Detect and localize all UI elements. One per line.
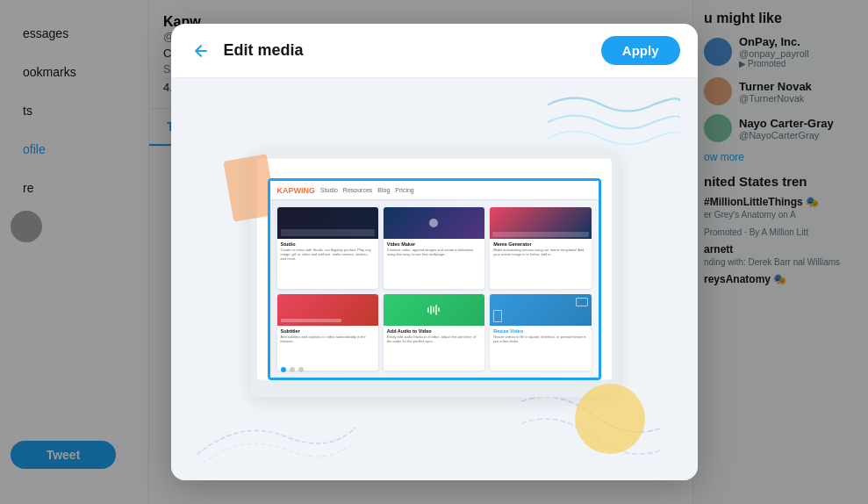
kap-card-desc-video: Combine video, append images and create …: [387, 248, 481, 256]
media-preview[interactable]: KAPWING Studio Resources Blog Pricing: [268, 178, 601, 380]
kap-card-desc-studio: Create or remix with Studio, our flagshi…: [281, 248, 375, 262]
deco-yellow-circle: [575, 384, 645, 454]
kap-card-title-studio: Studio: [281, 241, 375, 247]
kap-card-body-studio: Studio Create or remix with Studio, our …: [277, 239, 378, 264]
kap-card-img-subtitle: [277, 294, 378, 326]
kap-card-title-resize: Resize Video: [493, 328, 587, 334]
kap-card-desc-meme: Make outstanding memes using our meme te…: [493, 248, 587, 256]
dot-3: [298, 367, 304, 372]
kap-card-body-meme: Meme Generator Make outstanding memes us…: [490, 239, 591, 259]
kap-card-body-subtitle: Subtitler Add subtitles and captions to …: [277, 326, 378, 346]
kap-card-audio: Add Audio to Video Easily add audio trac…: [384, 294, 484, 371]
kap-card-desc-audio: Easily add audio tracks to a video, adju…: [387, 335, 481, 343]
kap-card-studio: Studio Create or remix with Studio, our …: [277, 207, 378, 289]
kap-card-title-video: Video Maker: [387, 241, 481, 247]
kap-card-img-audio: [384, 294, 484, 326]
kap-card-title-meme: Meme Generator: [493, 241, 587, 247]
kap-card-img-video: [384, 207, 484, 239]
kap-card-subtitle: Subtitler Add subtitles and captions to …: [277, 294, 378, 371]
modal-body: KAPWING Studio Resources Blog Pricing: [171, 78, 698, 480]
kap-card-meme: Meme Generator Make outstanding memes us…: [490, 207, 591, 289]
kapwing-grid: Studio Create or remix with Studio, our …: [270, 200, 599, 378]
kap-card-desc-subtitle: Add subtitles and captions to video auto…: [281, 335, 375, 343]
kap-card-img-meme: [490, 207, 591, 239]
kap-nav-2: Resources: [343, 187, 372, 193]
modal-header: Edit media Apply: [171, 24, 698, 78]
deco-wave-top: [540, 87, 680, 157]
apply-button[interactable]: Apply: [601, 36, 680, 65]
kapwing-logo: KAPWING: [277, 186, 316, 195]
kap-card-body-video: Video Maker Combine video, append images…: [384, 239, 484, 259]
kap-card-title-audio: Add Audio to Video: [387, 328, 481, 334]
kap-card-body-audio: Add Audio to Video Easily add audio trac…: [384, 326, 484, 346]
kap-card-desc-resize: Resize videos to fill to square, letterb…: [493, 335, 587, 343]
modal-title: Edit media: [224, 41, 601, 60]
edit-media-modal: Edit media Apply: [171, 24, 698, 480]
kap-nav-3: Blog: [377, 187, 390, 193]
kap-card-title-subtitle: Subtitler: [281, 328, 375, 334]
back-button[interactable]: [189, 39, 213, 63]
kap-card-video: Video Maker Combine video, append images…: [384, 207, 484, 289]
pagination-dots: [281, 367, 304, 372]
modal-overlay: Edit media Apply: [0, 0, 868, 504]
media-preview-inner: KAPWING Studio Resources Blog Pricing: [270, 181, 599, 378]
kap-card-body-resize: Resize Video Resize videos to fill to sq…: [490, 326, 591, 346]
kap-nav-4: Pricing: [395, 187, 413, 193]
kap-card-resize: Resize Video Resize videos to fill to sq…: [490, 294, 591, 371]
kap-card-img-resize: [490, 294, 591, 326]
dot-2: [290, 367, 295, 372]
kap-nav-1: Studio: [320, 187, 338, 193]
kapwing-header: KAPWING Studio Resources Blog Pricing: [270, 181, 599, 200]
dot-1: [281, 367, 286, 372]
kap-card-img-studio: [277, 207, 378, 239]
